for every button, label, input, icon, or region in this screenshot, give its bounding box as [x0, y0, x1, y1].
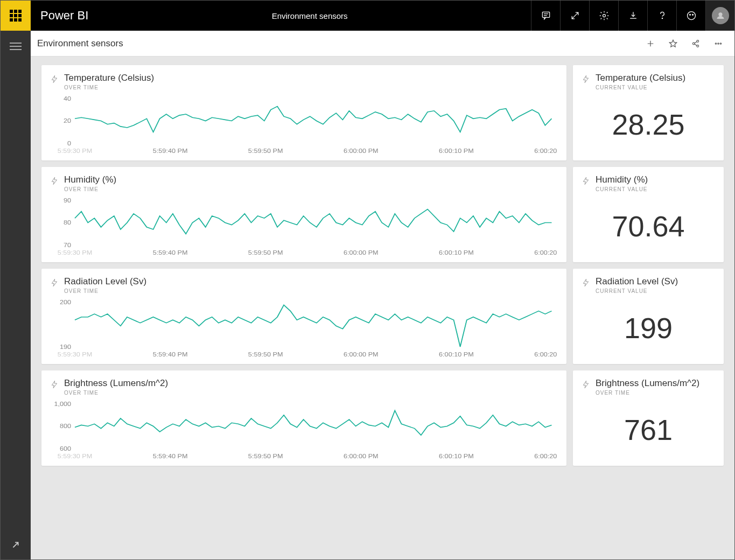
tile-title: Brightness (Lumens/m^2) [64, 378, 168, 389]
svg-text:6:00:20 PM: 6:00:20 PM [534, 351, 558, 358]
sidebar [1, 31, 31, 559]
tile-subtitle: OVER TIME [64, 85, 154, 90]
svg-text:5:59:30 PM: 5:59:30 PM [58, 351, 93, 358]
tile-subtitle: CURRENT VALUE [596, 288, 678, 294]
svg-text:5:59:30 PM: 5:59:30 PM [58, 148, 93, 155]
svg-text:6:00:10 PM: 6:00:10 PM [439, 249, 474, 256]
lightning-icon [582, 74, 590, 84]
svg-text:200: 200 [60, 299, 72, 306]
download-button[interactable] [618, 1, 647, 31]
svg-text:20: 20 [64, 117, 71, 124]
lightning-icon [582, 176, 590, 186]
svg-text:5:59:50 PM: 5:59:50 PM [248, 148, 283, 155]
svg-text:5:59:40 PM: 5:59:40 PM [153, 453, 188, 460]
svg-text:6:00:10 PM: 6:00:10 PM [439, 148, 474, 155]
expand-icon [570, 10, 580, 21]
lightning-icon [50, 380, 59, 389]
svg-point-8 [719, 13, 722, 16]
svg-text:6:00:20 PM: 6:00:20 PM [534, 249, 558, 256]
line-chart: 402005:59:30 PM5:59:40 PM5:59:50 PM6:00:… [50, 96, 558, 155]
dashboard-row: Temperature (Celsius)OVER TIME402005:59:… [41, 65, 724, 160]
share-button[interactable] [686, 34, 705, 53]
value-tile-radiation[interactable]: Radiation Level (Sv)CURRENT VALUE199 [573, 269, 724, 364]
chat-icon [541, 10, 551, 21]
favorite-button[interactable] [663, 34, 683, 53]
svg-text:6:00:00 PM: 6:00:00 PM [344, 453, 379, 460]
svg-point-7 [692, 14, 693, 15]
waffle-icon [10, 10, 22, 22]
dashboard-title: Environment sensors [37, 38, 641, 49]
current-value: 28.25 [582, 90, 715, 155]
svg-text:600: 600 [60, 445, 72, 452]
avatar-icon [712, 7, 729, 24]
line-chart: 1,0008006005:59:30 PM5:59:40 PM5:59:50 P… [50, 401, 558, 460]
lightning-icon [50, 74, 59, 84]
tile-title: Radiation Level (Sv) [64, 276, 146, 287]
more-button[interactable] [709, 34, 728, 53]
current-value: 761 [582, 396, 715, 460]
tile-title: Brightness (Lumens/m^2) [596, 378, 699, 389]
svg-rect-0 [542, 12, 549, 17]
add-tile-button[interactable] [641, 34, 660, 53]
svg-text:5:59:30 PM: 5:59:30 PM [58, 249, 93, 256]
svg-text:5:59:40 PM: 5:59:40 PM [153, 148, 188, 155]
top-bar: Power BI Environment sensors [1, 1, 734, 31]
dashboard-row: Radiation Level (Sv)OVER TIME2001905:59:… [41, 269, 724, 364]
tile-title: Radiation Level (Sv) [596, 276, 678, 287]
line-chart: 9080705:59:30 PM5:59:40 PM5:59:50 PM6:00… [50, 198, 558, 257]
line-chart: 2001905:59:30 PM5:59:40 PM5:59:50 PM6:00… [50, 299, 558, 359]
svg-text:1,000: 1,000 [54, 401, 71, 408]
chart-tile-radiation[interactable]: Radiation Level (Sv)OVER TIME2001905:59:… [41, 269, 566, 364]
svg-point-12 [715, 43, 716, 44]
notifications-button[interactable] [531, 1, 560, 31]
svg-text:6:00:10 PM: 6:00:10 PM [439, 351, 474, 358]
plus-icon [646, 39, 655, 48]
svg-text:5:59:40 PM: 5:59:40 PM [153, 351, 188, 358]
download-icon [628, 10, 639, 21]
svg-text:6:00:20 PM: 6:00:20 PM [534, 148, 558, 155]
account-button[interactable] [705, 1, 734, 31]
more-icon [713, 39, 723, 48]
help-button[interactable] [647, 1, 676, 31]
share-icon [691, 39, 701, 48]
svg-text:70: 70 [64, 242, 71, 249]
fullscreen-button[interactable] [560, 1, 589, 31]
chart-tile-humidity[interactable]: Humidity (%)OVER TIME9080705:59:30 PM5:5… [41, 167, 566, 262]
popout-icon [10, 539, 22, 551]
svg-text:5:59:40 PM: 5:59:40 PM [153, 249, 188, 256]
svg-text:5:59:30 PM: 5:59:30 PM [58, 453, 93, 460]
svg-text:80: 80 [64, 219, 71, 226]
app-launcher-button[interactable] [1, 1, 31, 31]
nav-toggle-button[interactable] [10, 40, 22, 52]
svg-text:6:00:10 PM: 6:00:10 PM [439, 453, 474, 460]
tile-title: Temperature (Celsius) [596, 73, 685, 83]
star-icon [668, 39, 678, 48]
chart-tile-temperature[interactable]: Temperature (Celsius)OVER TIME402005:59:… [41, 65, 566, 160]
top-actions [531, 1, 734, 31]
value-tile-brightness[interactable]: Brightness (Lumens/m^2)OVER TIME761 [573, 370, 724, 466]
svg-point-6 [689, 14, 690, 15]
tile-subtitle: OVER TIME [64, 288, 146, 294]
svg-text:800: 800 [60, 423, 72, 430]
help-icon [657, 10, 668, 21]
svg-point-4 [662, 18, 662, 18]
svg-text:5:59:50 PM: 5:59:50 PM [248, 453, 283, 460]
page-title: Environment sensors [88, 11, 531, 20]
popout-button[interactable] [10, 539, 22, 551]
feedback-button[interactable] [676, 1, 705, 31]
settings-button[interactable] [589, 1, 618, 31]
svg-text:6:00:00 PM: 6:00:00 PM [344, 249, 379, 256]
svg-text:6:00:20 PM: 6:00:20 PM [534, 453, 558, 460]
value-tile-temperature[interactable]: Temperature (Celsius)CURRENT VALUE28.25 [573, 65, 724, 160]
svg-text:5:59:50 PM: 5:59:50 PM [248, 351, 283, 358]
tile-title: Humidity (%) [596, 174, 648, 185]
svg-text:90: 90 [64, 198, 71, 204]
chart-tile-brightness[interactable]: Brightness (Lumens/m^2)OVER TIME1,000800… [41, 370, 566, 466]
sub-header: Environment sensors [31, 31, 734, 57]
tile-subtitle: CURRENT VALUE [596, 186, 648, 192]
lightning-icon [582, 278, 590, 288]
svg-text:190: 190 [60, 344, 72, 351]
lightning-icon [50, 278, 59, 288]
svg-text:5:59:50 PM: 5:59:50 PM [248, 249, 283, 256]
value-tile-humidity[interactable]: Humidity (%)CURRENT VALUE70.64 [573, 167, 724, 262]
